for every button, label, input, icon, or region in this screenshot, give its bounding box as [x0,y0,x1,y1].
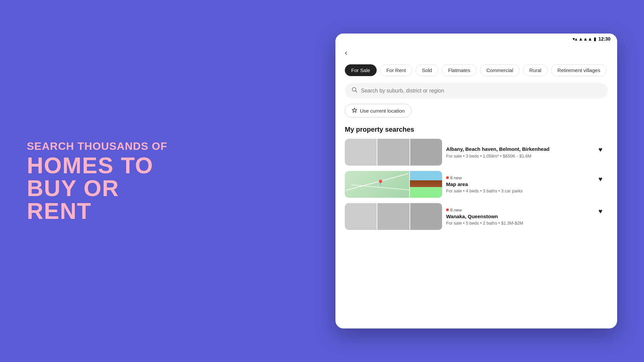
search-icon [352,87,358,95]
favorite-button-1[interactable]: ♥ [597,146,604,154]
favorite-button-3[interactable]: ♥ [597,207,604,215]
property-image-1a [345,139,377,166]
property-details-2: 8 new Map area For sale • 4 beds • 3 bat… [446,175,523,194]
property-details-1: Albany, Beach haven, Belmont, Birkenhead… [446,146,549,159]
tab-sold[interactable]: Sold [416,64,438,76]
property-image-3a [345,203,377,230]
back-button[interactable]: ‹ [345,47,357,59]
tab-for-rent[interactable]: For Rent [380,64,412,76]
new-dot-icon-3 [446,208,449,211]
property-info-3: 8 new Wanaka, Queenstown For sale • 5 be… [442,206,608,227]
svg-line-1 [356,91,357,93]
battery-icon: ▮ [594,36,596,42]
property-image-3b [377,203,409,230]
search-bar [345,83,608,99]
headline-line2: HOMES TO BUY OR RENT [27,154,168,222]
new-badge-2: 8 new [446,175,523,180]
property-item-1[interactable]: Albany, Beach haven, Belmont, Birkenhead… [345,139,608,166]
wifi-icon: ▾▴ [573,36,577,42]
status-icons: ▾▴ ▲▲▲ ▮ [573,36,597,42]
signal-icon: ▲▲▲ [579,36,593,42]
new-count-2: 8 new [450,175,462,180]
new-count-3: 8 new [450,207,462,213]
search-input[interactable] [361,88,601,94]
app-content: ‹ For Sale For Rent Sold Flatmates Comme… [335,44,617,326]
property-item-2[interactable]: 📍 8 new Map area For sale • 4 beds • 3 b… [345,171,608,198]
phone-frame: ▾▴ ▲▲▲ ▮ 12:30 ‹ For Sale For Rent Sold … [335,34,617,328]
new-badge-3: 8 new [446,207,523,213]
map-pin-icon: 📍 [377,179,384,187]
favorite-button-2[interactable]: ♥ [597,175,604,183]
property-header-3: 8 new Wanaka, Queenstown For sale • 5 be… [446,207,604,226]
tab-for-sale[interactable]: For Sale [345,64,377,76]
status-time: 12:30 [598,36,610,42]
tab-rural[interactable]: Rural [523,64,548,76]
status-bar: ▾▴ ▲▲▲ ▮ 12:30 [335,34,617,44]
property-title-3: Wanaka, Queenstown [446,213,523,220]
back-chevron-icon: ‹ [345,49,347,57]
property-title-2: Map area [446,181,523,188]
property-image-1c [410,139,442,166]
property-images-1 [345,139,442,166]
property-images-2: 📍 [345,171,442,198]
map-preview-2: 📍 [345,171,409,198]
headline-line1: SEARCH THOUSANDS OF [27,140,168,153]
property-image-2b [410,171,442,198]
property-images-3 [345,203,442,230]
filter-tabs: For Sale For Rent Sold Flatmates Commerc… [345,64,608,76]
property-meta-1: For sale • 3 beds • 1,058m² • $650K - $1… [446,154,549,159]
location-icon [352,108,357,114]
tab-retirement-villages[interactable]: Retirement villages [551,64,607,76]
property-image-1b [377,139,409,166]
left-panel: SEARCH THOUSANDS OF HOMES TO BUY OR RENT [27,140,168,222]
property-meta-3: For sale • 5 beds • 2 baths • $1.3M-$2M [446,221,523,226]
location-label: Use current location [360,108,405,114]
property-image-3c [410,203,442,230]
new-dot-icon-2 [446,176,449,179]
property-info-2: 8 new Map area For sale • 4 beds • 3 bat… [442,174,608,195]
property-header-1: Albany, Beach haven, Belmont, Birkenhead… [446,146,604,159]
property-header-2: 8 new Map area For sale • 4 beds • 3 bat… [446,175,604,194]
section-title: My property searches [345,126,608,133]
property-item-3[interactable]: 8 new Wanaka, Queenstown For sale • 5 be… [345,203,608,230]
property-info-1: Albany, Beach haven, Belmont, Birkenhead… [442,144,608,160]
property-meta-2: For sale • 4 beds • 3 baths • 3 car park… [446,188,523,193]
property-title-1: Albany, Beach haven, Belmont, Birkenhead [446,146,549,153]
use-location-button[interactable]: Use current location [345,104,412,118]
tab-commercial[interactable]: Commercial [480,64,520,76]
tab-flatmates[interactable]: Flatmates [442,64,477,76]
property-details-3: 8 new Wanaka, Queenstown For sale • 5 be… [446,207,523,226]
